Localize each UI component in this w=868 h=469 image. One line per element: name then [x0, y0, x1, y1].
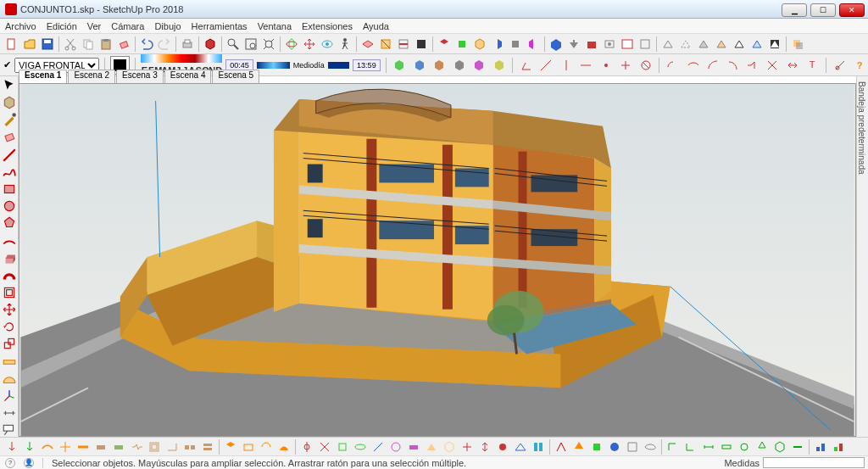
menu-ventana[interactable]: Ventana	[258, 21, 292, 31]
bt45-icon[interactable]	[812, 438, 829, 455]
line-guide-icon[interactable]	[538, 57, 554, 74]
bt14-icon[interactable]	[240, 438, 257, 455]
walk-icon[interactable]	[337, 36, 353, 53]
style-tex-icon[interactable]	[713, 36, 730, 53]
menu-dibujo[interactable]: Dibujo	[154, 21, 181, 31]
c7-icon[interactable]	[784, 57, 800, 74]
scene-tab-1[interactable]: Escena 1	[19, 70, 67, 83]
bt8-icon[interactable]	[128, 438, 145, 455]
maximize-button[interactable]: ☐	[810, 3, 836, 17]
bt21-icon[interactable]	[370, 438, 387, 455]
zoomextents-icon[interactable]	[260, 36, 277, 53]
bt28-icon[interactable]	[494, 438, 511, 455]
scene-tab-5[interactable]: Escena 5	[212, 70, 259, 83]
shadow-clock[interactable]: 13:59	[353, 59, 381, 71]
zoom-icon[interactable]	[225, 36, 242, 53]
bt36-icon[interactable]	[642, 438, 659, 455]
menu-ver[interactable]: Ver	[87, 21, 102, 31]
solid-outer-icon[interactable]	[392, 57, 408, 74]
bt32-icon[interactable]	[570, 438, 587, 455]
bt7-icon[interactable]	[110, 438, 127, 455]
bt16-icon[interactable]	[275, 438, 292, 455]
redo-icon[interactable]	[156, 36, 173, 53]
bt34-icon[interactable]	[606, 438, 623, 455]
style-wireframe-icon[interactable]	[659, 36, 676, 53]
bt1-icon[interactable]	[3, 438, 20, 455]
c4-icon[interactable]	[725, 57, 741, 74]
bt35-icon[interactable]	[624, 438, 641, 455]
bt13-icon[interactable]	[222, 438, 239, 455]
backview-icon[interactable]	[507, 36, 524, 53]
scene-tab-4[interactable]: Escena 4	[164, 70, 212, 83]
bt31-icon[interactable]	[553, 438, 570, 455]
print-icon[interactable]	[179, 36, 196, 53]
bt41-icon[interactable]	[736, 438, 753, 455]
dimension-tool-icon[interactable]	[2, 405, 17, 421]
point-icon[interactable]	[598, 57, 614, 74]
paint-tool-icon[interactable]	[2, 112, 17, 127]
bt24-icon[interactable]	[423, 438, 440, 455]
bt4-icon[interactable]	[57, 438, 74, 455]
bt43-icon[interactable]	[771, 438, 788, 455]
bt18-icon[interactable]	[316, 438, 333, 455]
c1-icon[interactable]	[665, 57, 681, 74]
minimize-button[interactable]: ▁	[782, 3, 807, 17]
bt23-icon[interactable]	[405, 438, 422, 455]
followme-tool-icon[interactable]	[2, 268, 17, 283]
new-icon[interactable]	[3, 36, 20, 53]
solid-trim-icon[interactable]	[470, 57, 487, 74]
bt30-icon[interactable]	[530, 438, 547, 455]
paste-icon[interactable]	[97, 36, 114, 53]
offset-tool-icon[interactable]	[2, 285, 17, 300]
bt12-icon[interactable]	[199, 438, 216, 455]
copy-icon[interactable]	[80, 36, 97, 53]
bt26-icon[interactable]	[459, 438, 476, 455]
style-backedges-icon[interactable]	[766, 36, 783, 53]
c5-icon[interactable]	[744, 57, 760, 74]
nocross-icon[interactable]	[637, 57, 654, 74]
c9-icon[interactable]	[832, 57, 848, 74]
bt39-icon[interactable]	[700, 438, 717, 455]
select-tool-icon[interactable]	[2, 78, 17, 93]
pan-icon[interactable]	[301, 36, 318, 53]
hline-icon[interactable]	[578, 57, 594, 74]
menu-extensiones[interactable]: Extensiones	[302, 21, 353, 31]
bt19-icon[interactable]	[334, 438, 351, 455]
measure-input[interactable]	[763, 457, 865, 468]
leftview-icon[interactable]	[525, 36, 542, 53]
style-xray-icon[interactable]	[748, 36, 765, 53]
solid-intersect-icon[interactable]	[411, 57, 427, 74]
lookaround-icon[interactable]	[319, 36, 336, 53]
c6-icon[interactable]	[765, 57, 781, 74]
menu-ayuda[interactable]: Ayuda	[363, 21, 389, 31]
sectionfill-icon[interactable]	[413, 36, 430, 53]
bt5-icon[interactable]	[75, 438, 92, 455]
bt37-icon[interactable]	[665, 438, 682, 455]
line-tool-icon[interactable]	[2, 148, 17, 163]
solid-subtract-icon[interactable]	[451, 57, 467, 74]
bt11-icon[interactable]	[181, 438, 198, 455]
undo-icon[interactable]	[138, 36, 155, 53]
bt10-icon[interactable]	[164, 438, 181, 455]
bt3-icon[interactable]	[39, 438, 56, 455]
person-icon[interactable]: 👤	[24, 458, 34, 468]
bt38-icon[interactable]	[682, 438, 699, 455]
bt46-icon[interactable]	[830, 438, 847, 455]
bt20-icon[interactable]	[352, 438, 369, 455]
topview-icon[interactable]	[436, 36, 453, 53]
bt40-icon[interactable]	[718, 438, 735, 455]
extwarehouse-icon[interactable]	[583, 36, 600, 53]
bt17-icon[interactable]	[298, 438, 315, 455]
bt15-icon[interactable]	[258, 438, 275, 455]
freehand-tool-icon[interactable]	[2, 165, 17, 180]
layout-icon[interactable]	[619, 36, 636, 53]
polygon-tool-icon[interactable]	[2, 215, 17, 231]
cut-icon[interactable]	[62, 36, 79, 53]
3dwarehouse-icon[interactable]	[548, 36, 565, 53]
rectangle-tool-icon[interactable]	[2, 181, 17, 197]
frontview-icon[interactable]	[453, 36, 470, 53]
orbit-icon[interactable]	[283, 36, 300, 53]
style-hidden-icon[interactable]	[677, 36, 694, 53]
vline-icon[interactable]	[558, 57, 574, 74]
menu-archivo[interactable]: Archivo	[5, 21, 36, 31]
